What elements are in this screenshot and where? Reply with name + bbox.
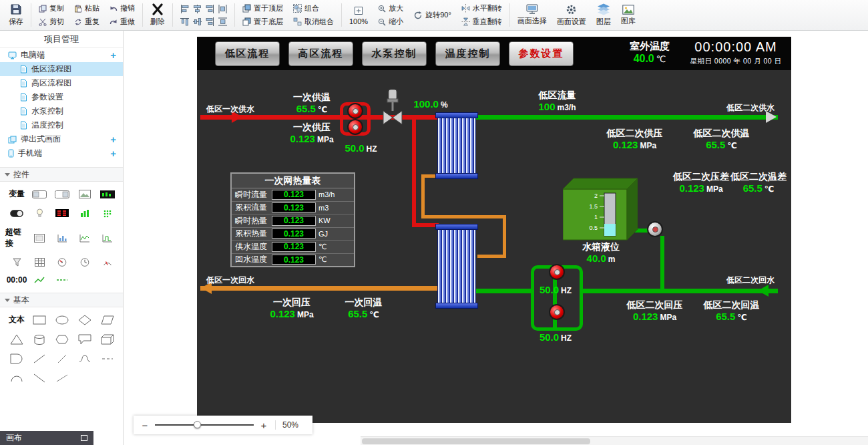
distribute-v-icon[interactable] — [216, 15, 229, 28]
reading-sec-return-press[interactable]: 低区二次回压 0.123MPa — [616, 299, 693, 323]
layers-button[interactable]: 图层 — [592, 2, 616, 28]
gallery-button[interactable]: 图库 — [616, 3, 640, 27]
parallelogram-shape-icon[interactable] — [101, 315, 114, 325]
scada-nav-temp[interactable]: 温度控制 — [435, 41, 500, 66]
reading-return-press[interactable]: 一次回压 0.123MPa — [256, 297, 328, 320]
sidebar-item-temperature-control[interactable]: 温度控制 — [0, 118, 123, 132]
align-top-icon[interactable] — [178, 15, 191, 28]
table-widget-icon[interactable] — [35, 258, 45, 267]
align-middle-icon[interactable] — [191, 15, 204, 28]
copy-button[interactable]: 复制 — [39, 3, 64, 13]
add-page-button[interactable]: + — [110, 50, 116, 60]
trend-line-icon[interactable] — [34, 276, 45, 284]
clock-widget[interactable]: 00:00:00 AM 星期日 0000 年 00 月 00 日 — [682, 39, 789, 66]
diamond-shape-icon[interactable] — [78, 315, 91, 325]
tree-group-popup[interactable]: 弹出式画面 + — [0, 132, 123, 146]
toggle-widget-icon[interactable] — [10, 210, 23, 217]
pipe-label-secondary-supply[interactable]: 低区二次供水 — [726, 102, 775, 114]
bulb-icon[interactable] — [36, 208, 43, 218]
screen-select-button[interactable]: 画面选择 — [513, 3, 552, 27]
cut-button[interactable]: 剪切 — [39, 17, 64, 27]
scada-nav-params[interactable]: 参数设置 — [509, 41, 574, 66]
scada-nav-low-zone[interactable]: 低区流程 — [215, 41, 280, 66]
pipe-label-primary-supply[interactable]: 低区一次供水 — [206, 104, 254, 115]
reading-return-temp[interactable]: 一次回温 65.5℃ — [332, 297, 395, 320]
save-button[interactable]: 保存 — [4, 2, 28, 28]
canvas-tab[interactable]: 画布 — [0, 431, 93, 445]
zoom-slider-thumb[interactable] — [194, 421, 201, 428]
hexagon-shape-icon[interactable] — [55, 334, 69, 345]
reading-sec-return-temp[interactable]: 低区二次回温 65.5℃ — [696, 299, 767, 323]
undo-button[interactable]: 撤销 — [110, 3, 135, 13]
bring-front-button[interactable]: 置于顶层 — [242, 3, 283, 13]
frame-widget-icon[interactable] — [34, 234, 45, 243]
text-tool[interactable]: 文本 — [9, 314, 25, 325]
clock-widget-icon[interactable] — [80, 258, 89, 267]
dashed-trend-icon[interactable] — [57, 278, 67, 282]
align-right-icon[interactable] — [204, 3, 216, 15]
gauge-widget-icon[interactable] — [57, 258, 67, 267]
secondary-pump-1[interactable] — [549, 264, 565, 280]
redo-button[interactable]: 重做 — [110, 17, 135, 27]
zoom-plus-button[interactable]: + — [259, 420, 268, 431]
scada-nav-pump[interactable]: 水泵控制 — [362, 41, 427, 66]
paste-button[interactable]: 粘贴 — [74, 3, 99, 13]
scada-canvas[interactable]: 低区流程 高区流程 水泵控制 温度控制 参数设置 室外温度 40.0℃ 00:0… — [197, 37, 791, 423]
tank-pump[interactable] — [647, 221, 663, 237]
add-mobile-button[interactable]: + — [110, 148, 116, 158]
repeat-button[interactable]: 重复 — [74, 17, 99, 27]
zoom-in-button[interactable]: 放大 — [378, 3, 403, 13]
control-valve[interactable] — [383, 88, 403, 127]
rotate-button[interactable]: 旋转90° — [409, 10, 456, 20]
sidebar-item-parameter-settings[interactable]: 参数设置 — [0, 90, 123, 104]
add-popup-button[interactable]: + — [110, 134, 116, 144]
image-widget-icon[interactable] — [79, 190, 91, 198]
pipe-label-secondary-return[interactable]: 低区二次回水 — [726, 275, 775, 286]
flip-horizontal-button[interactable]: 水平翻转 — [461, 3, 502, 13]
outdoor-temperature-widget[interactable]: 室外温度 40.0℃ — [618, 40, 682, 65]
zoom-slider[interactable] — [155, 424, 254, 426]
funnel-icon[interactable] — [13, 258, 21, 267]
tree-group-pc[interactable]: 电脑端 + — [0, 48, 123, 62]
reading-sec-supply-temp[interactable]: 低区二次供温 65.5℃ — [683, 128, 760, 151]
dash-shape-icon[interactable] — [101, 353, 114, 364]
d-shape-icon[interactable] — [10, 353, 23, 364]
rectangle-shape-icon[interactable] — [33, 315, 46, 325]
scrollbar-thumb[interactable] — [362, 438, 590, 444]
variable-widget[interactable]: 变量 — [9, 188, 25, 200]
delete-button[interactable]: 删除 — [146, 2, 170, 28]
meter-widget-icon[interactable] — [103, 258, 112, 267]
align-center-h-icon[interactable] — [191, 3, 204, 15]
sidebar-item-pump-control[interactable]: 水泵控制 — [0, 104, 123, 118]
heat-exchanger-1[interactable] — [437, 112, 476, 179]
reading-pump1-freq[interactable]: 50.0HZ — [333, 142, 389, 154]
diagonal-line-icon[interactable] — [33, 373, 46, 384]
send-back-button[interactable]: 置于底层 — [242, 17, 283, 27]
zoom-minus-button[interactable]: − — [140, 420, 150, 431]
reading-zone-flow[interactable]: 低区流量 100m3/h — [519, 90, 596, 113]
triangle-shape-icon[interactable] — [10, 334, 23, 345]
diagonal-line-icon[interactable] — [55, 373, 69, 384]
lcd-display-icon[interactable] — [100, 190, 115, 198]
reading-sec-temp-diff[interactable]: 低区二次温差 65.5℃ — [728, 171, 789, 194]
switch-12-widget-icon[interactable] — [55, 190, 69, 198]
sidebar-item-low-zone-flow[interactable]: 低区流程图 — [0, 62, 123, 76]
horizontal-scrollbar[interactable] — [361, 436, 868, 445]
align-left-icon[interactable] — [178, 3, 191, 15]
hyperlink-widget[interactable]: 超链接 — [5, 227, 28, 249]
seven-segment-icon[interactable] — [55, 209, 69, 217]
switch-01-widget-icon[interactable] — [32, 190, 47, 198]
reading-valve-position[interactable]: 100.0% — [404, 98, 457, 110]
callout-shape-icon[interactable] — [78, 334, 91, 345]
ellipse-shape-icon[interactable] — [55, 315, 69, 325]
time-widget[interactable]: 00:00 — [7, 275, 27, 285]
heat-meter-table[interactable]: 一次网热量表 瞬时流量0.123m3/h 累积流量0.123m3 瞬时热量0.1… — [230, 172, 355, 267]
line-shape-icon[interactable] — [33, 353, 46, 364]
pulse-chart-icon[interactable] — [102, 234, 113, 243]
distribute-h-icon[interactable] — [216, 3, 229, 15]
thin-line-shape-icon[interactable] — [55, 353, 69, 364]
arc-shape-icon[interactable] — [10, 373, 23, 384]
reading-supply-press[interactable]: 一次供压 0.123MPa — [272, 122, 352, 145]
bar-indicator-icon[interactable] — [80, 209, 89, 218]
align-bottom-icon[interactable] — [204, 15, 216, 28]
